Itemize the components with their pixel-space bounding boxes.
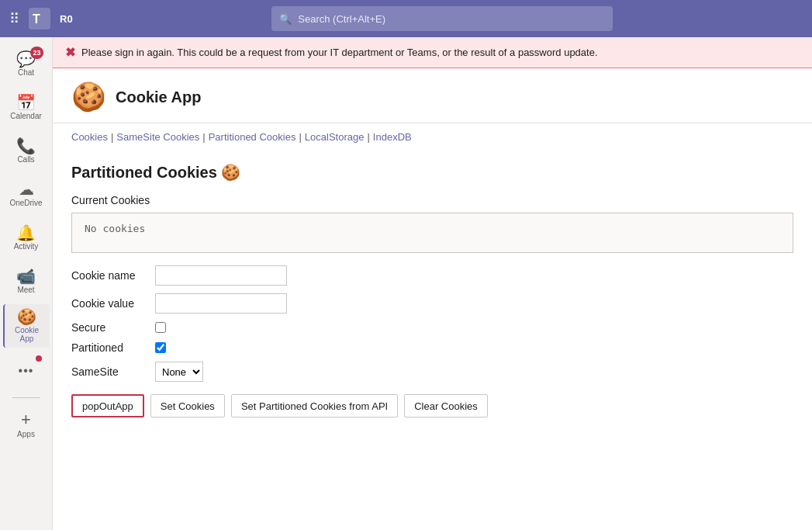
sidebar-item-apps[interactable]: + Apps [3, 404, 50, 445]
meet-icon: 📹 [16, 268, 36, 284]
activity-icon: 🔔 [16, 225, 36, 241]
partitioned-checkbox[interactable] [155, 342, 166, 353]
pop-out-app-button[interactable]: popOutApp [71, 394, 144, 417]
current-cookies-label: Current Cookies [71, 194, 793, 206]
sidebar: 23 💬 Chat 📅 Calendar 📞 Calls ☁ OneDrive … [0, 37, 53, 530]
calls-icon: 📞 [16, 138, 36, 154]
partitioned-label: Partitioned [71, 341, 149, 354]
error-banner: ✖ Please sign in again. This could be a … [53, 37, 812, 68]
set-cookies-button[interactable]: Set Cookies [150, 394, 225, 417]
secure-row: Secure [71, 321, 793, 334]
topbar: ⠿ T R0 🔍 Search (Ctrl+Alt+E) [0, 0, 812, 37]
sidebar-item-chat[interactable]: 23 💬 Chat [3, 43, 50, 84]
button-row: popOutApp Set Cookies Set Partitioned Co… [71, 394, 793, 417]
clear-cookies-button[interactable]: Clear Cookies [404, 394, 488, 417]
cookie-value-input[interactable] [155, 293, 287, 313]
sidebar-item-meet[interactable]: 📹 Meet [3, 261, 50, 301]
search-placeholder: Search (Ctrl+Alt+E) [298, 13, 385, 25]
page-title: Partitioned Cookies 🍪 [71, 163, 793, 182]
app-cookie-icon: 🍪 [71, 81, 106, 113]
nav-link-partitioned[interactable]: Partitioned Cookies [209, 131, 296, 143]
activity-label: Activity [14, 242, 39, 251]
cookie-name-row: Cookie name [71, 265, 793, 286]
sidebar-item-cookie-app[interactable]: 🍪 Cookie App [3, 304, 50, 348]
cookie-value-label: Cookie value [71, 297, 149, 310]
apps-label: Apps [17, 430, 35, 438]
cookie-name-label: Cookie name [71, 269, 149, 282]
cookie-value-row: Cookie value [71, 293, 793, 313]
search-bar[interactable]: 🔍 Search (Ctrl+Alt+E) [271, 6, 613, 31]
apps-icon: + [21, 411, 31, 428]
partitioned-row: Partitioned [71, 341, 793, 354]
calendar-icon: 📅 [16, 95, 36, 110]
calls-label: Calls [17, 155, 34, 164]
onedrive-label: OneDrive [9, 199, 42, 207]
sidebar-item-more[interactable]: ••• [3, 351, 50, 391]
main-layout: 23 💬 Chat 📅 Calendar 📞 Calls ☁ OneDrive … [0, 37, 812, 530]
sidebar-item-onedrive[interactable]: ☁ OneDrive [3, 174, 50, 214]
nav-links: Cookies | SameSite Cookies | Partitioned… [53, 123, 812, 151]
sidebar-item-calendar[interactable]: 📅 Calendar [3, 87, 50, 127]
content-area: ✖ Please sign in again. This could be a … [53, 37, 812, 530]
page-content: Partitioned Cookies 🍪 Current Cookies No… [53, 151, 812, 430]
nav-link-samesite[interactable]: SameSite Cookies [116, 131, 199, 143]
samesite-label: SameSite [71, 365, 149, 378]
onedrive-icon: ☁ [19, 182, 34, 197]
samesite-row: SameSite None Lax Strict [71, 362, 793, 382]
cookie-app-label: Cookie App [8, 326, 47, 343]
set-partitioned-cookies-button[interactable]: Set Partitioned Cookies from API [231, 394, 398, 417]
app-header: 🍪 Cookie App [53, 68, 812, 123]
svg-text:T: T [33, 12, 40, 26]
more-icon: ••• [19, 365, 34, 377]
cookie-name-input[interactable] [155, 265, 287, 286]
sidebar-item-activity[interactable]: 🔔 Activity [3, 217, 50, 258]
error-icon: ✖ [65, 45, 75, 60]
app-title: Cookie App [116, 88, 201, 106]
chat-label: Chat [18, 68, 34, 77]
search-icon: 🔍 [279, 13, 292, 25]
nav-link-indexdb[interactable]: IndexDB [373, 131, 412, 143]
error-message: Please sign in again. This could be a re… [81, 47, 598, 58]
app-grid-icon[interactable]: ⠿ [9, 10, 19, 27]
sidebar-divider [12, 397, 40, 398]
app-content: 🍪 Cookie App Cookies | SameSite Cookies … [53, 68, 812, 530]
no-cookies-text: No cookies [85, 223, 145, 234]
sidebar-item-calls[interactable]: 📞 Calls [3, 130, 50, 171]
meet-label: Meet [17, 286, 34, 294]
user-initials[interactable]: R0 [60, 13, 73, 25]
secure-label: Secure [71, 321, 149, 334]
chat-badge: 23 [30, 47, 43, 59]
samesite-select[interactable]: None Lax Strict [155, 362, 203, 382]
cookie-app-icon: 🍪 [17, 309, 36, 324]
teams-logo: T [29, 8, 50, 29]
secure-checkbox[interactable] [155, 322, 166, 333]
nav-link-localstorage[interactable]: LocalStorage [305, 131, 365, 143]
nav-link-cookies[interactable]: Cookies [71, 131, 108, 143]
more-dot-badge [36, 355, 42, 362]
cookies-display: No cookies [71, 213, 793, 253]
calendar-label: Calendar [10, 112, 42, 120]
